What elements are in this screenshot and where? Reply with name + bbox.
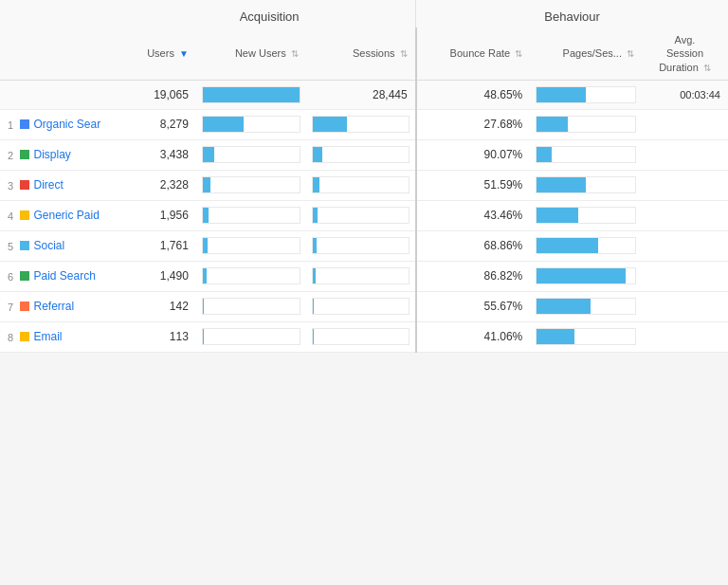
sessions-bar (306, 291, 416, 321)
bounce-rate-value: 41.06% (416, 321, 531, 352)
users-value: 113 (123, 321, 196, 352)
table-row: 1 Organic Sear 8,27927.68% (0, 109, 728, 139)
pages-session-bar (530, 109, 642, 139)
users-value: 8,279 (123, 109, 196, 139)
table-row: 3 Direct 2,32851.59% (0, 170, 728, 200)
channel-name-cell: 7 Referral (0, 291, 123, 321)
bounce-rate-value: 68.86% (416, 230, 531, 261)
bounce-rate-value: 55.67% (416, 291, 531, 321)
avg-session-value (642, 170, 728, 200)
pages-session-bar (530, 139, 642, 170)
channel-name-cell: 8 Email (0, 321, 123, 352)
channel-name-cell: 4 Generic Paid (0, 200, 123, 230)
total-pages-bar (530, 80, 642, 109)
avg-session-value (642, 139, 728, 170)
channel-color-dot (20, 302, 29, 311)
col-avg-session-header[interactable]: Avg.SessionDuration ⇅ (642, 27, 728, 80)
row-number: 4 (8, 210, 13, 222)
channel-name-cell: 6 Paid Search (0, 261, 123, 291)
channel-name[interactable]: Email (33, 330, 62, 343)
channel-name[interactable]: Display (33, 148, 70, 161)
channel-color-dot (20, 150, 29, 159)
row-number: 5 (8, 241, 13, 252)
sort-icon: ▼ (179, 48, 189, 59)
sessions-bar (306, 200, 416, 230)
channel-color-dot (20, 180, 29, 190)
users-value: 1,761 (123, 230, 196, 261)
channel-name-cell: 2 Display (0, 139, 123, 170)
channel-name[interactable]: Organic Sear (33, 118, 100, 131)
bounce-rate-value: 51.59% (416, 170, 531, 200)
total-row: 19,065 28,445 48.65% 00:03:44 (0, 80, 728, 109)
sessions-bar (306, 230, 416, 261)
sessions-bar (306, 261, 416, 291)
channel-label[interactable]: Direct (20, 178, 63, 192)
channel-name[interactable]: Social (33, 239, 64, 252)
col-users-header[interactable]: Users ▼ (123, 27, 196, 80)
channel-label[interactable]: Generic Paid (20, 209, 99, 222)
new-users-bar (196, 321, 306, 352)
channel-label[interactable]: Social (20, 239, 64, 252)
avg-session-value (642, 261, 728, 291)
col-new-users-header[interactable]: New Users ⇅ (196, 27, 306, 80)
new-users-bar (196, 261, 306, 291)
pages-session-bar (530, 261, 642, 291)
channel-label[interactable]: Paid Search (20, 269, 95, 283)
table-row: 6 Paid Search 1,49086.82% (0, 261, 728, 291)
new-users-bar (196, 170, 306, 200)
col-pages-header[interactable]: Pages/Ses... ⇅ (530, 27, 642, 80)
sort-icon: ⇅ (627, 48, 634, 59)
table-row: 4 Generic Paid 1,95643.46% (0, 200, 728, 230)
sessions-bar (306, 109, 416, 139)
new-users-bar (196, 291, 306, 321)
col-name-header (0, 27, 123, 80)
sessions-bar (306, 321, 416, 352)
channel-label[interactable]: Referral (20, 300, 74, 313)
bounce-rate-value: 27.68% (416, 109, 531, 139)
users-value: 2,328 (123, 170, 196, 200)
channel-name-cell: 1 Organic Sear (0, 109, 123, 139)
sort-icon: ⇅ (291, 48, 299, 59)
col-sessions-header[interactable]: Sessions ⇅ (306, 27, 416, 80)
avg-session-value (642, 291, 728, 321)
channel-color-dot (20, 241, 29, 250)
row-number: 1 (8, 119, 13, 131)
table-row: 2 Display 3,43890.07% (0, 139, 728, 170)
avg-session-value (642, 200, 728, 230)
channel-name[interactable]: Paid Search (33, 269, 95, 283)
acquisition-header: Acquisition (123, 0, 416, 27)
channel-label[interactable]: Email (20, 330, 62, 343)
total-bounce: 48.65% (416, 80, 531, 109)
pages-session-bar (530, 291, 642, 321)
bounce-rate-value: 90.07% (416, 139, 531, 170)
row-number: 6 (8, 271, 13, 283)
behaviour-header: Behaviour (416, 0, 728, 27)
channel-color-dot (20, 210, 29, 220)
pages-session-bar (530, 170, 642, 200)
channel-label[interactable]: Organic Sear (20, 118, 100, 131)
users-value: 1,490 (123, 261, 196, 291)
bounce-rate-value: 43.46% (416, 200, 531, 230)
channel-name-cell: 3 Direct (0, 170, 123, 200)
sessions-bar (306, 139, 416, 170)
users-value: 3,438 (123, 139, 196, 170)
channel-name[interactable]: Referral (33, 300, 74, 313)
channel-name[interactable]: Direct (33, 178, 63, 192)
row-number: 2 (8, 150, 13, 161)
channel-label[interactable]: Display (20, 148, 70, 161)
channel-name-cell: 5 Social (0, 230, 123, 261)
users-value: 1,956 (123, 200, 196, 230)
total-users: 19,065 (123, 80, 196, 109)
col-bounce-header[interactable]: Bounce Rate ⇅ (416, 27, 531, 80)
row-number: 8 (8, 332, 13, 343)
sessions-bar (306, 170, 416, 200)
pages-session-bar (530, 230, 642, 261)
channel-name[interactable]: Generic Paid (33, 209, 99, 222)
new-users-bar (196, 109, 306, 139)
channel-color-dot (20, 332, 29, 341)
sort-icon: ⇅ (515, 48, 522, 59)
avg-session-value (642, 230, 728, 261)
analytics-table: Acquisition Behaviour Users ▼ New Users … (0, 0, 728, 353)
total-new-users-bar (196, 80, 306, 109)
row-number: 3 (8, 180, 13, 192)
